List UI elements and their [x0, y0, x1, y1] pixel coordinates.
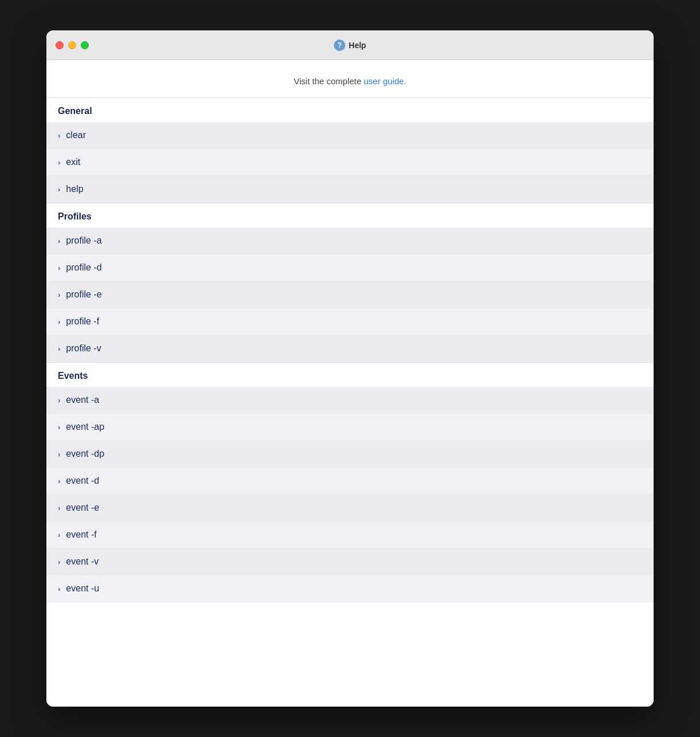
user-guide-link[interactable]: user guide: [364, 76, 404, 86]
list-item-profile-a[interactable]: ›profile -a: [46, 228, 654, 254]
visit-link-section: Visit the complete user guide.: [46, 60, 654, 97]
list-item-event-v[interactable]: ›event -v: [46, 548, 654, 575]
chevron-icon-profile-a: ›: [58, 237, 60, 245]
help-icon: ?: [334, 40, 345, 51]
chevron-icon-profile-v: ›: [58, 344, 60, 353]
chevron-icon-event-ap: ›: [58, 423, 60, 432]
item-label-profile-a: profile -a: [66, 236, 101, 246]
title-bar-center: ? Help: [334, 40, 366, 51]
item-label-profile-v: profile -v: [66, 343, 101, 354]
item-label-event-v: event -v: [66, 556, 99, 567]
list-item-clear[interactable]: ›clear: [46, 122, 654, 149]
item-label-profile-d: profile -d: [66, 262, 101, 273]
item-label-event-e: event -e: [66, 503, 99, 513]
chevron-icon-event-dp: ›: [58, 450, 60, 458]
maximize-button[interactable]: [81, 41, 89, 49]
item-label-event-a: event -a: [66, 395, 99, 405]
chevron-icon-clear: ›: [58, 131, 60, 140]
chevron-icon-profile-f: ›: [58, 317, 60, 326]
list-item-event-a[interactable]: ›event -a: [46, 387, 654, 414]
chevron-icon-event-v: ›: [58, 558, 60, 566]
item-label-profile-e: profile -e: [66, 289, 101, 300]
list-item-profile-f[interactable]: ›profile -f: [46, 308, 654, 335]
item-label-event-f: event -f: [66, 530, 96, 540]
traffic-lights: [56, 41, 89, 49]
list-item-profile-v[interactable]: ›profile -v: [46, 335, 654, 362]
chevron-icon-event-a: ›: [58, 396, 60, 405]
section-header-events: Events: [46, 362, 654, 387]
item-label-clear: clear: [66, 130, 86, 140]
list-item-profile-e[interactable]: ›profile -e: [46, 281, 654, 308]
list-item-event-dp[interactable]: ›event -dp: [46, 441, 654, 468]
section-header-profiles: Profiles: [46, 203, 654, 228]
list-item-help[interactable]: ›help: [46, 176, 654, 203]
minimize-button[interactable]: [68, 41, 76, 49]
chevron-icon-event-e: ›: [58, 504, 60, 512]
chevron-icon-help: ›: [58, 185, 60, 194]
list-item-event-ap[interactable]: ›event -ap: [46, 414, 654, 441]
section-header-general: General: [46, 97, 654, 122]
sections-container: General›clear›exit›helpProfiles›profile …: [46, 97, 654, 602]
title-bar: ? Help: [46, 30, 654, 60]
item-label-profile-f: profile -f: [66, 316, 99, 327]
visit-text-after: .: [404, 76, 406, 86]
chevron-icon-event-d: ›: [58, 477, 60, 485]
item-label-event-ap: event -ap: [66, 422, 104, 432]
chevron-icon-event-f: ›: [58, 531, 60, 539]
close-button[interactable]: [56, 41, 64, 49]
item-label-exit: exit: [66, 157, 80, 167]
item-label-event-d: event -d: [66, 476, 99, 486]
chevron-icon-exit: ›: [58, 158, 60, 167]
visit-text-before: Visit the complete: [294, 76, 364, 86]
chevron-icon-profile-d: ›: [58, 264, 60, 272]
list-item-exit[interactable]: ›exit: [46, 149, 654, 176]
list-item-event-u[interactable]: ›event -u: [46, 575, 654, 602]
list-item-profile-d[interactable]: ›profile -d: [46, 254, 654, 281]
item-label-event-u: event -u: [66, 583, 99, 594]
window-title: Help: [349, 41, 366, 50]
list-item-event-e[interactable]: ›event -e: [46, 495, 654, 522]
item-label-event-dp: event -dp: [66, 449, 104, 459]
main-content: Visit the complete user guide. General›c…: [46, 60, 654, 707]
list-item-event-d[interactable]: ›event -d: [46, 468, 654, 495]
chevron-icon-profile-e: ›: [58, 291, 60, 299]
item-label-help: help: [66, 184, 83, 194]
chevron-icon-event-u: ›: [58, 585, 60, 593]
help-window: ? Help Visit the complete user guide. Ge…: [46, 30, 654, 707]
list-item-event-f[interactable]: ›event -f: [46, 522, 654, 548]
